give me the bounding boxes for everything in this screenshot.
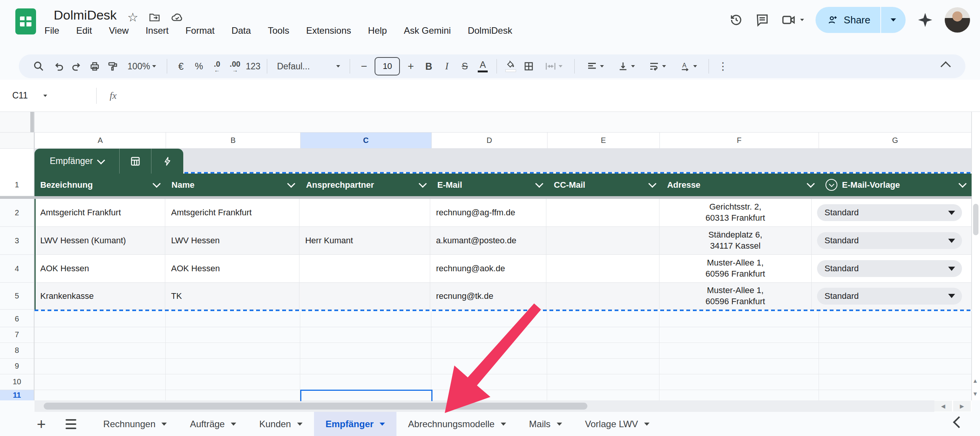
select-all-corner[interactable] bbox=[0, 132, 35, 149]
tab-menu-icon[interactable] bbox=[231, 423, 236, 426]
format-currency-button[interactable]: € bbox=[174, 57, 188, 75]
cell-a3[interactable]: LWV Hessen (Kumant) bbox=[35, 227, 165, 255]
comments-icon[interactable] bbox=[755, 13, 770, 27]
scroll-tabs-left-icon[interactable] bbox=[953, 416, 965, 428]
borders-button[interactable] bbox=[521, 57, 536, 75]
vertical-scrollbar[interactable] bbox=[972, 112, 980, 400]
move-folder-icon[interactable] bbox=[148, 11, 161, 23]
cell-d2[interactable]: rechnung@ag-ffm.de bbox=[430, 199, 546, 227]
cell-d5[interactable]: recnung@tk.de bbox=[430, 283, 546, 310]
row-header-10[interactable]: 10 bbox=[0, 374, 34, 390]
paint-format-button[interactable] bbox=[105, 57, 120, 75]
document-title[interactable]: DolmiDesk bbox=[54, 8, 117, 23]
sheet-tab-rechnungen[interactable]: Rechnungen bbox=[92, 412, 178, 436]
cell-g3[interactable]: Standard bbox=[812, 227, 972, 255]
cell-a2[interactable]: Amtsgericht Frankfurt bbox=[35, 199, 165, 227]
user-avatar[interactable] bbox=[945, 7, 970, 33]
cell-b5[interactable]: TK bbox=[165, 283, 299, 310]
share-button[interactable]: Share bbox=[816, 7, 906, 33]
scroll-left-button[interactable]: ◀ bbox=[934, 401, 952, 411]
menu-ask-gemini[interactable]: Ask Gemini bbox=[404, 25, 451, 36]
column-menu-icon[interactable] bbox=[418, 180, 426, 188]
fill-color-button[interactable] bbox=[503, 57, 518, 75]
tab-menu-icon[interactable] bbox=[501, 423, 506, 426]
bold-button[interactable]: B bbox=[421, 57, 436, 75]
font-select[interactable]: Defaul... bbox=[274, 57, 343, 75]
cell-c5[interactable] bbox=[299, 283, 430, 310]
menu-help[interactable]: Help bbox=[368, 25, 387, 36]
table-header-adresse[interactable]: Adresse bbox=[661, 174, 820, 196]
tab-menu-icon[interactable] bbox=[644, 423, 649, 426]
horizontal-align-button[interactable] bbox=[581, 57, 609, 75]
formula-input[interactable] bbox=[117, 80, 980, 111]
name-box[interactable]: C11 bbox=[0, 90, 95, 101]
vorlage-dropdown[interactable]: Standard bbox=[817, 232, 962, 249]
tab-menu-icon[interactable] bbox=[161, 423, 167, 426]
font-size-input[interactable]: 10 bbox=[375, 57, 400, 75]
menu-data[interactable]: Data bbox=[232, 25, 251, 36]
table-header-ansprechpartner[interactable]: Ansprechpartner bbox=[300, 174, 431, 196]
sheet-tab-auftraege[interactable]: Aufträge bbox=[178, 412, 248, 436]
table-header-name[interactable]: Name bbox=[166, 174, 300, 196]
menu-insert[interactable]: Insert bbox=[146, 25, 169, 36]
menu-file[interactable]: File bbox=[44, 25, 59, 36]
vertical-scrollbar-thumb[interactable] bbox=[973, 204, 978, 235]
cell-c2[interactable] bbox=[299, 199, 430, 227]
format-percent-button[interactable]: % bbox=[192, 57, 206, 75]
column-menu-icon[interactable] bbox=[807, 180, 815, 188]
vorlage-dropdown[interactable]: Standard bbox=[817, 288, 962, 305]
cloud-status-icon[interactable] bbox=[171, 11, 184, 24]
menu-edit[interactable]: Edit bbox=[76, 25, 92, 36]
row-header-1[interactable]: 1 bbox=[0, 174, 34, 196]
sheet-tab-vorlage-lwv[interactable]: Vorlage LWV bbox=[574, 412, 661, 436]
horizontal-scrollbar-thumb[interactable] bbox=[44, 403, 587, 410]
scroll-down-button[interactable]: ▼ bbox=[972, 391, 978, 397]
table-header-cc-mail[interactable]: CC-Mail bbox=[548, 174, 661, 196]
star-icon[interactable]: ☆ bbox=[127, 10, 138, 25]
more-toolbar-button[interactable]: ⋮ bbox=[715, 57, 730, 75]
hide-menus-button[interactable] bbox=[941, 61, 951, 72]
row-header-2[interactable]: 2 bbox=[0, 199, 34, 227]
row-header-3[interactable]: 3 bbox=[0, 227, 34, 255]
table-chip[interactable]: Empfänger bbox=[35, 149, 183, 174]
cell-f2[interactable]: Gerichtsstr. 2,60313 Frankfurt bbox=[659, 199, 812, 227]
cell-e2[interactable] bbox=[546, 199, 659, 227]
column-header-f[interactable]: F bbox=[660, 132, 819, 149]
cell-a5[interactable]: Krankenkasse bbox=[35, 283, 165, 310]
vertical-align-button[interactable] bbox=[612, 57, 640, 75]
column-header-a[interactable]: A bbox=[35, 132, 166, 149]
add-sheet-button[interactable]: + bbox=[37, 416, 46, 432]
table-views-button[interactable] bbox=[119, 149, 151, 174]
row-header-6[interactable]: 6 bbox=[0, 311, 34, 327]
share-dropdown-button[interactable] bbox=[881, 7, 906, 33]
cell-b3[interactable]: LWV Hessen bbox=[165, 227, 299, 255]
cell-b4[interactable]: AOK Hessen bbox=[165, 255, 299, 283]
row-header-9[interactable]: 9 bbox=[0, 358, 34, 374]
more-formats-button[interactable]: 123 bbox=[246, 57, 260, 75]
column-menu-icon[interactable] bbox=[153, 180, 161, 188]
strikethrough-button[interactable]: S bbox=[457, 57, 472, 75]
cell-a4[interactable]: AOK Hessen bbox=[35, 255, 165, 283]
menu-tools[interactable]: Tools bbox=[268, 25, 289, 36]
cell-d4[interactable]: rechnung@aok.de bbox=[430, 255, 546, 283]
cell-d3[interactable]: a.kumant@posteo.de bbox=[430, 227, 546, 255]
meet-camera-button[interactable] bbox=[781, 12, 804, 28]
menu-view[interactable]: View bbox=[109, 25, 129, 36]
zoom-select[interactable]: 100% bbox=[123, 57, 160, 75]
tab-menu-icon[interactable] bbox=[380, 423, 385, 426]
decrease-decimals-button[interactable]: .0← bbox=[210, 57, 224, 75]
cell-g5[interactable]: Standard bbox=[812, 283, 972, 310]
scroll-up-button[interactable]: ▲ bbox=[972, 378, 978, 384]
version-history-icon[interactable] bbox=[729, 13, 743, 27]
text-rotation-button[interactable]: A bbox=[674, 57, 702, 75]
frozen-row-divider[interactable] bbox=[0, 196, 972, 199]
cell-g4[interactable]: Standard bbox=[812, 255, 972, 283]
column-header-e[interactable]: E bbox=[548, 132, 660, 149]
table-header-email[interactable]: E-Mail bbox=[432, 174, 548, 196]
italic-button[interactable]: I bbox=[439, 57, 454, 75]
table-chip-dropdown-icon[interactable] bbox=[97, 156, 105, 164]
column-header-g[interactable]: G bbox=[819, 132, 972, 149]
selected-cell-c11[interactable] bbox=[300, 390, 432, 401]
decrease-font-size-button[interactable]: − bbox=[357, 57, 371, 75]
cell-e5[interactable] bbox=[546, 283, 659, 310]
